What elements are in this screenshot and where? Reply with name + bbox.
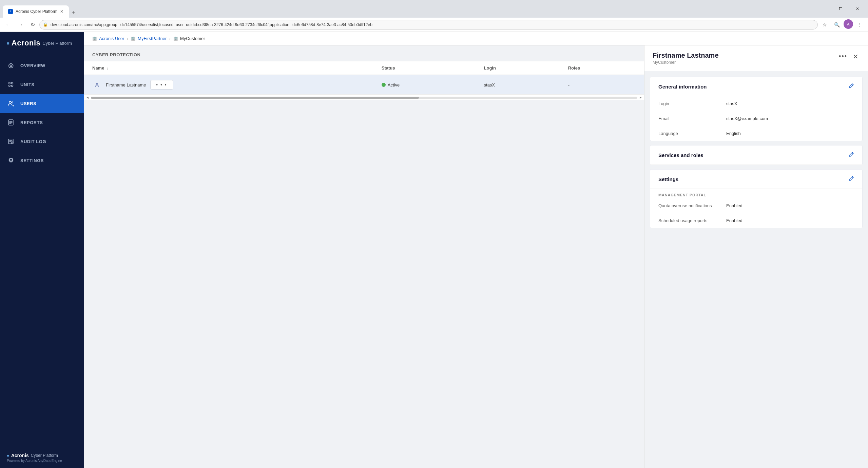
svg-point-5 xyxy=(12,102,13,103)
url-text: dev-cloud.acronis.com/mc/app;group_id=14… xyxy=(51,22,372,27)
scroll-track[interactable] xyxy=(91,97,637,99)
sidebar-footer: ■ Acronis Cyber Platform Powered by Acro… xyxy=(0,447,84,468)
sort-down-icon: ↓ xyxy=(107,66,109,70)
table-row: Firstname Lastname • • • Active sta xyxy=(84,75,644,95)
footer-brand: Acronis xyxy=(11,453,29,458)
scheduled-row: Scheduled usage reports Enabled xyxy=(650,213,862,228)
scroll-left-arrow[interactable]: ◄ xyxy=(85,96,90,100)
building-icon-1: 🏢 xyxy=(92,36,97,41)
panel-more-button[interactable]: ••• xyxy=(837,52,849,61)
col-name[interactable]: Name ↓ xyxy=(84,61,373,75)
services-roles-edit-button[interactable] xyxy=(849,152,854,158)
settings-header: Settings xyxy=(650,170,862,189)
footer-sub-brand: Cyber Platform xyxy=(31,453,58,458)
forward-button[interactable]: → xyxy=(15,19,26,30)
email-row: Email stasX@example.com xyxy=(650,111,862,126)
content-with-panel: Cyber Protection Name ↓ Status xyxy=(84,45,868,468)
building-icon-2: 🏢 xyxy=(131,36,136,41)
status-active: Active xyxy=(382,82,468,87)
sidebar-label-units: Units xyxy=(20,82,35,87)
breadcrumb-item-partner[interactable]: 🏢 MyFirstPartner xyxy=(131,36,167,41)
logo-sub: Cyber Platform xyxy=(42,41,72,46)
users-table: Name ↓ Status Login Roles xyxy=(84,61,644,95)
back-button[interactable]: ← xyxy=(3,19,14,30)
settings-edit-button[interactable] xyxy=(849,176,854,182)
tab-bar: A Acronis Cyber Platform ✕ + xyxy=(3,0,78,18)
col-status: Status xyxy=(373,61,476,75)
sidebar-item-overview[interactable]: ◎ Overview xyxy=(0,56,84,75)
action-dots-button[interactable]: • • • xyxy=(150,80,173,90)
general-info-edit-button[interactable] xyxy=(849,83,854,90)
lock-icon: 🔒 xyxy=(43,22,48,27)
bookmark-button[interactable]: ☆ xyxy=(819,19,830,30)
col-roles: Roles xyxy=(560,61,644,75)
active-tab[interactable]: A Acronis Cyber Platform ✕ xyxy=(3,5,69,18)
settings-section: Settings Management Portal Quota overuse… xyxy=(650,169,863,228)
col-status-label: Status xyxy=(382,65,395,71)
scroll-bar[interactable]: ◄ ► xyxy=(84,95,644,100)
cell-login: stasX xyxy=(476,75,560,95)
address-bar[interactable]: 🔒 dev-cloud.acronis.com/mc/app;group_id=… xyxy=(39,20,818,30)
new-tab-button[interactable]: + xyxy=(69,8,78,18)
scheduled-value: Enabled xyxy=(726,218,742,223)
quota-value: Enabled xyxy=(726,203,742,208)
general-info-section: General information Login stasX xyxy=(650,77,863,141)
scheduled-label: Scheduled usage reports xyxy=(658,218,726,223)
main-content: 🏢 Acronis User › 🏢 MyFirstPartner › 🏢 My… xyxy=(84,32,868,468)
sidebar-item-units[interactable]: Units xyxy=(0,75,84,94)
sidebar-item-reports[interactable]: Reports xyxy=(0,113,84,132)
sidebar-item-audit-log[interactable]: Audit Log xyxy=(0,132,84,151)
breadcrumb-label-acronis-user: Acronis User xyxy=(99,36,124,41)
panel-header-actions: ••• ✕ xyxy=(837,52,860,61)
sidebar-item-settings[interactable]: ⚙ Settings xyxy=(0,151,84,170)
quota-row: Quota overuse notifications Enabled xyxy=(650,198,862,213)
breadcrumb-sep-1: › xyxy=(127,37,128,41)
cell-name: Firstname Lastname • • • xyxy=(84,75,373,95)
svg-point-1 xyxy=(12,82,13,84)
login-value: stasX xyxy=(726,101,737,106)
tab-close-button[interactable]: ✕ xyxy=(60,9,63,14)
col-name-label: Name xyxy=(92,65,104,71)
email-label: Email xyxy=(658,116,726,121)
language-value: English xyxy=(726,131,741,136)
user-cell: Firstname Lastname • • • xyxy=(92,80,365,90)
sidebar: ■ Acronis Cyber Platform ◎ Overview xyxy=(0,32,84,468)
sidebar-label-audit-log: Audit Log xyxy=(20,139,46,144)
breadcrumb-item-acronis-user[interactable]: 🏢 Acronis User xyxy=(92,36,124,41)
panel-title-block: Firstname Lastname MyCustomer xyxy=(653,52,837,65)
scroll-right-arrow[interactable]: ► xyxy=(639,96,643,100)
users-icon xyxy=(7,99,15,108)
svg-point-8 xyxy=(11,142,13,144)
logo-icon: ■ xyxy=(7,41,9,46)
close-button[interactable]: ✕ xyxy=(850,3,865,14)
tab-favicon: A xyxy=(8,9,13,14)
sidebar-label-users: Users xyxy=(20,101,36,106)
browser-chrome: A Acronis Cyber Platform ✕ + ─ ⧠ ✕ xyxy=(0,0,868,18)
services-roles-header: Services and roles xyxy=(650,145,862,165)
status-dot xyxy=(382,83,386,87)
general-info-title: General information xyxy=(658,84,707,90)
breadcrumb: 🏢 Acronis User › 🏢 MyFirstPartner › 🏢 My… xyxy=(84,32,868,45)
reports-icon xyxy=(7,118,15,126)
minimize-button[interactable]: ─ xyxy=(816,3,831,14)
content-area: Cyber Protection Name ↓ Status xyxy=(84,45,644,468)
search-button[interactable]: 🔍 xyxy=(831,19,842,30)
panel-subtitle: MyCustomer xyxy=(653,60,837,65)
reload-button[interactable]: ↻ xyxy=(27,19,38,30)
panel-close-button[interactable]: ✕ xyxy=(851,52,860,61)
settings-icon: ⚙ xyxy=(7,156,15,164)
profile-button[interactable]: A xyxy=(844,19,853,29)
breadcrumb-sep-2: › xyxy=(169,37,171,41)
maximize-button[interactable]: ⧠ xyxy=(833,3,848,14)
menu-button[interactable]: ⋮ xyxy=(854,19,865,30)
breadcrumb-label-partner: MyFirstPartner xyxy=(138,36,167,41)
sidebar-label-reports: Reports xyxy=(20,120,43,125)
quota-label: Quota overuse notifications xyxy=(658,203,726,208)
svg-point-2 xyxy=(9,85,11,87)
right-panel: Firstname Lastname MyCustomer ••• ✕ Gene… xyxy=(644,45,868,468)
login-row: Login stasX xyxy=(650,96,862,111)
sidebar-item-users[interactable]: Users xyxy=(0,94,84,113)
svg-point-0 xyxy=(9,82,11,84)
sidebar-label-settings: Settings xyxy=(20,158,44,163)
content-header: Cyber Protection xyxy=(84,45,644,61)
